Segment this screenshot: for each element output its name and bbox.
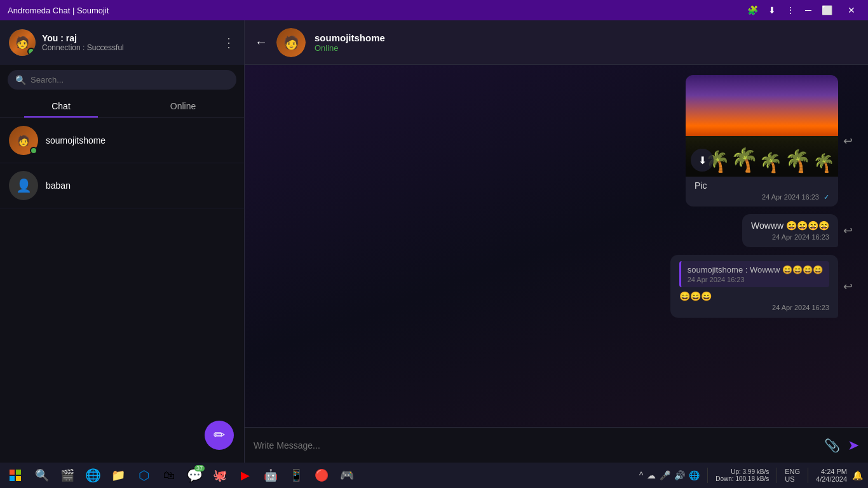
maximize-button[interactable]: ⬜ bbox=[822, 5, 832, 15]
taskbar-edge[interactable]: 🌐 bbox=[81, 464, 104, 487]
image-placeholder: 🌴 🌴 🌴 🌴 🌴 ⬇ bbox=[686, 75, 838, 177]
new-chat-fab[interactable]: ✏ bbox=[205, 421, 234, 450]
search-input[interactable] bbox=[8, 70, 236, 90]
sidebar-menu-button[interactable]: ⋮ bbox=[222, 35, 235, 50]
download-icon[interactable]: ⬇ bbox=[768, 5, 776, 15]
contact-avatar-baban-img: 👤 bbox=[9, 171, 38, 200]
taskbar-android[interactable]: 📱 bbox=[285, 464, 308, 487]
contact-item-baban[interactable]: 👤 baban bbox=[0, 163, 244, 208]
image-time: 24 Apr 2024 16:23 ✓ bbox=[686, 193, 838, 207]
taskbar-store[interactable]: 🛍 bbox=[158, 464, 180, 487]
language-indicator: ENG US bbox=[785, 468, 800, 483]
quote-author: soumojitshome : Wowww 😄😄😄😄 bbox=[688, 265, 823, 274]
extensions-icon[interactable]: 🧩 bbox=[747, 5, 758, 15]
reply-button-image[interactable]: ↩ bbox=[843, 134, 853, 148]
youtube-icon: ▶ bbox=[241, 468, 250, 482]
speaker-icon[interactable]: 🔊 bbox=[674, 470, 685, 480]
taskbar-chatgpt[interactable]: 🤖 bbox=[259, 464, 282, 487]
reply-button-wowww[interactable]: ↩ bbox=[843, 224, 853, 238]
cloud-icon: ☁ bbox=[647, 470, 656, 480]
message-row-quoted: soumojitshome : Wowww 😄😄😄😄 24 Apr 2024 1… bbox=[255, 255, 858, 318]
message-row-image: 🌴 🌴 🌴 🌴 🌴 ⬇ Pic 24 Apr 2024 16:23 ✓ ↩ bbox=[255, 75, 858, 207]
taskbar: 🔍 🎬 🌐 📁 ⬡ 🛍 💬 37 🐙 ▶ 🤖 📱 bbox=[0, 463, 868, 488]
image-download-button[interactable]: ⬇ bbox=[691, 149, 714, 172]
edge-icon: 🌐 bbox=[85, 468, 101, 483]
contact-avatar-baban: 👤 bbox=[9, 171, 38, 200]
message-time-wowww: 24 Apr 2024 16:23 bbox=[751, 233, 829, 241]
back-button[interactable]: ← bbox=[255, 35, 268, 50]
store-icon: 🛍 bbox=[163, 469, 175, 482]
search-taskbar-icon: 🔍 bbox=[35, 468, 49, 482]
contact-item-soumojitshome[interactable]: 🧑 soumojitshome bbox=[0, 118, 244, 163]
minimize-button[interactable]: ─ bbox=[805, 5, 811, 15]
message-tick: ✓ bbox=[824, 193, 829, 201]
chat-header: ← 🧑 soumojitshome Online bbox=[245, 20, 868, 65]
contact-online-dot bbox=[30, 147, 37, 154]
taskbar-apps: 🔍 🎬 🌐 📁 ⬡ 🛍 💬 37 🐙 ▶ 🤖 📱 bbox=[31, 464, 358, 487]
image-caption: Pic bbox=[686, 177, 838, 193]
titlebar: Andromeda Chat | Soumojit 🧩 ⬇ ⋮ ─ ⬜ ✕ bbox=[0, 0, 868, 20]
taskbar-whatsapp[interactable]: 💬 37 bbox=[183, 464, 206, 487]
contact-name-baban: baban bbox=[46, 180, 71, 191]
svg-rect-2 bbox=[10, 476, 15, 481]
chrome-icon: 🔴 bbox=[315, 468, 329, 482]
windows-logo-icon bbox=[10, 470, 21, 481]
menu-icon[interactable]: ⋮ bbox=[786, 5, 795, 15]
search-icon: 🔍 bbox=[15, 75, 26, 85]
vscode-icon: ⬡ bbox=[139, 468, 149, 483]
chat-contact-name: soumojitshome bbox=[315, 32, 385, 43]
quoted-message: soumojitshome : Wowww 😄😄😄😄 24 Apr 2024 1… bbox=[679, 261, 829, 287]
user-name: You : raj bbox=[42, 33, 124, 43]
search-container: 🔍 bbox=[0, 65, 244, 95]
search-wrapper: 🔍 bbox=[8, 70, 236, 90]
date-display: 4/24/2024 bbox=[816, 475, 847, 483]
chat-contact-avatar: 🧑 bbox=[276, 28, 306, 57]
taskbar-chrome[interactable]: 🔴 bbox=[310, 464, 333, 487]
task-view-icon: 🎬 bbox=[60, 468, 74, 482]
app-icon: 🎮 bbox=[340, 468, 354, 482]
message-text-quoted: 😄😄😄 bbox=[679, 291, 829, 301]
chat-contact-status: Online bbox=[315, 43, 385, 53]
message-input[interactable] bbox=[254, 440, 817, 451]
titlebar-title: Andromeda Chat | Soumojit bbox=[8, 6, 109, 15]
svg-rect-0 bbox=[10, 470, 15, 475]
chat-contact-avatar-img: 🧑 bbox=[276, 28, 306, 57]
taskbar-search[interactable]: 🔍 bbox=[31, 464, 53, 487]
taskbar-github[interactable]: 🐙 bbox=[208, 464, 231, 487]
close-button[interactable]: ✕ bbox=[843, 4, 860, 17]
svg-rect-3 bbox=[16, 476, 21, 481]
network-separator bbox=[776, 468, 777, 483]
message-time-quoted: 24 Apr 2024 16:23 bbox=[679, 304, 829, 311]
send-button[interactable]: ➤ bbox=[848, 437, 859, 454]
chevron-up-icon[interactable]: ^ bbox=[639, 470, 644, 480]
reply-button-quoted[interactable]: ↩ bbox=[843, 280, 853, 294]
image-message: 🌴 🌴 🌴 🌴 🌴 ⬇ Pic 24 Apr 2024 16:23 ✓ bbox=[686, 75, 838, 207]
android-icon: 📱 bbox=[289, 468, 303, 482]
start-button[interactable] bbox=[5, 465, 25, 485]
main-container: 🧑 You : raj Connection : Successful ⋮ 🔍 … bbox=[0, 20, 868, 463]
current-user-avatar: 🧑 bbox=[9, 29, 36, 56]
tab-chat[interactable]: Chat bbox=[0, 95, 122, 118]
taskbar-youtube[interactable]: ▶ bbox=[234, 464, 257, 487]
taskbar-vscode[interactable]: ⬡ bbox=[132, 464, 155, 487]
attach-button[interactable]: 📎 bbox=[824, 438, 840, 453]
message-bubble-quoted: soumojitshome : Wowww 😄😄😄😄 24 Apr 2024 1… bbox=[670, 255, 838, 318]
taskbar-taskview[interactable]: 🎬 bbox=[56, 464, 79, 487]
contact-avatar-soumojitshome: 🧑 bbox=[9, 126, 38, 155]
chat-contact-info: soumojitshome Online bbox=[315, 32, 385, 53]
taskbar-explorer[interactable]: 📁 bbox=[107, 464, 130, 487]
upload-speed: Up: 3.99 kB/s bbox=[715, 468, 769, 475]
tab-online[interactable]: Online bbox=[122, 95, 244, 118]
taskbar-appicon[interactable]: 🎮 bbox=[336, 464, 358, 487]
notification-icon[interactable]: 🔔 bbox=[852, 470, 863, 480]
taskbar-right: ^ ☁ 🎤 🔊 🌐 Up: 3.99 kB/s Down: 100.18 kB/… bbox=[639, 468, 863, 483]
sidebar: 🧑 You : raj Connection : Successful ⋮ 🔍 … bbox=[0, 20, 245, 463]
messages-container: 🌴 🌴 🌴 🌴 🌴 ⬇ Pic 24 Apr 2024 16:23 ✓ ↩ bbox=[245, 65, 868, 427]
svg-rect-1 bbox=[16, 470, 21, 475]
message-bubble-wowww: Wowww 😄😄😄😄 24 Apr 2024 16:23 bbox=[742, 214, 838, 247]
user-details: You : raj Connection : Successful bbox=[42, 33, 124, 52]
quote-time: 24 Apr 2024 16:23 bbox=[688, 276, 823, 283]
clock: 4:24 PM 4/24/2024 bbox=[816, 468, 847, 483]
github-icon: 🐙 bbox=[213, 468, 227, 482]
network-icon[interactable]: 🌐 bbox=[689, 470, 700, 480]
